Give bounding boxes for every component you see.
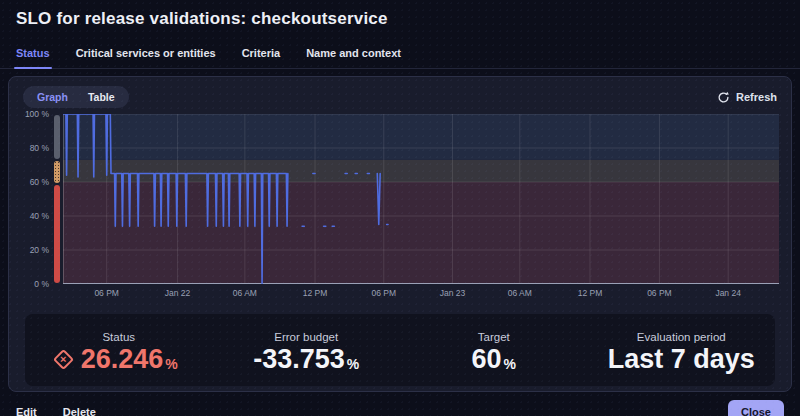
tab-name-and-context[interactable]: Name and context <box>306 43 401 68</box>
close-button[interactable]: Close <box>728 400 784 416</box>
delete-button[interactable]: Delete <box>63 406 96 416</box>
x-tick-label: 06 AM <box>233 288 257 298</box>
y-tick-label: 20 % <box>30 245 49 255</box>
edit-button[interactable]: Edit <box>16 406 37 416</box>
refresh-label: Refresh <box>736 91 777 103</box>
status-strip-warning-zone <box>54 161 60 182</box>
x-tick-label: Jan 22 <box>165 288 191 298</box>
stat-target-value: 60% <box>472 346 517 373</box>
stat-error-budget-label: Error budget <box>274 331 338 343</box>
stat-target: Target 60% <box>400 327 588 373</box>
status-strip-failure-zone <box>54 185 60 283</box>
tab-bar: Status Critical services or entities Cri… <box>0 35 800 69</box>
chart-toolbar: Graph Table Refresh <box>9 77 791 112</box>
refresh-icon <box>717 91 730 104</box>
x-tick-label: Jan 23 <box>440 288 466 298</box>
table-view-button[interactable]: Table <box>80 89 123 105</box>
y-axis-labels: 100 %80 %60 %40 %20 %0 % <box>9 114 49 284</box>
y-tick-label: 40 % <box>30 211 49 221</box>
x-tick-label: 06 PM <box>647 288 672 298</box>
graph-view-button[interactable]: Graph <box>29 89 76 105</box>
stat-error-budget: Error budget -33.753% <box>213 327 401 373</box>
x-tick-label: 12 PM <box>578 288 603 298</box>
y-tick-label: 100 % <box>25 109 49 119</box>
stat-evaluation-period: Evaluation period Last 7 days <box>588 327 776 373</box>
status-panel: Graph Table Refresh 100 %80 %60 %40 %20 … <box>8 76 792 392</box>
slo-chart-svg <box>63 114 779 284</box>
x-tick-label: 06 AM <box>508 288 532 298</box>
status-strip-normal-zone <box>54 115 60 159</box>
stat-target-label: Target <box>478 331 510 343</box>
chart-plot-area[interactable] <box>63 114 779 284</box>
x-tick-label: 06 PM <box>371 288 396 298</box>
stat-status-label: Status <box>102 331 135 343</box>
tab-status[interactable]: Status <box>16 43 50 68</box>
tab-critical-services[interactable]: Critical services or entities <box>76 43 216 68</box>
y-tick-label: 0 % <box>34 279 49 289</box>
x-tick-label: 06 PM <box>94 288 119 298</box>
x-axis-labels: 06 PMJan 2206 AM12 PM06 PMJan 2306 AM12 … <box>63 288 779 302</box>
failure-diamond-x-icon: × <box>53 349 74 370</box>
slo-status-strip <box>54 114 60 284</box>
y-tick-label: 80 % <box>30 143 49 153</box>
slo-summary-panel: Status × 26.246% Error budget -33.753% T… <box>25 314 775 386</box>
slo-chart: 100 %80 %60 %40 %20 %0 % 06 PMJan 2206 A… <box>9 114 779 306</box>
tab-criteria[interactable]: Criteria <box>242 43 281 68</box>
refresh-button[interactable]: Refresh <box>717 91 777 104</box>
stat-error-budget-value: -33.753% <box>253 346 359 373</box>
x-tick-label: 12 PM <box>303 288 328 298</box>
footer-actions: Edit Delete Close <box>16 400 784 416</box>
page-title: SLO for release validations: checkoutser… <box>0 0 800 35</box>
x-tick-label: Jan 24 <box>715 288 741 298</box>
y-tick-label: 60 % <box>30 177 49 187</box>
stat-evaluation-period-value: Last 7 days <box>608 346 755 373</box>
stat-evaluation-period-label: Evaluation period <box>637 331 726 343</box>
stat-status: Status × 26.246% <box>25 327 213 373</box>
stat-status-value: × 26.246% <box>60 346 178 373</box>
view-toggle: Graph Table <box>23 86 129 108</box>
